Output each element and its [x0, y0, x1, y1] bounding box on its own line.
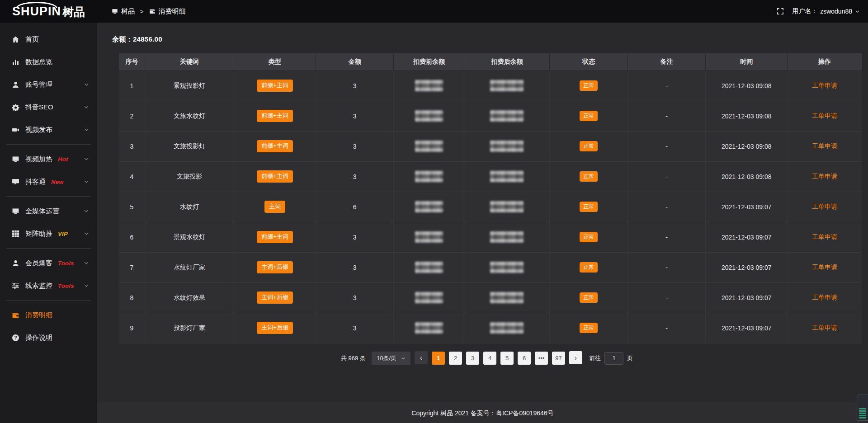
- sidebar-item-data-overview[interactable]: 数据总览: [0, 51, 97, 73]
- table-column-header: 时间: [706, 53, 788, 70]
- breadcrumb-item-home[interactable]: 树品: [112, 7, 135, 16]
- sidebar-item-label: 全媒体运营: [25, 207, 59, 216]
- cell-status: 正常: [550, 282, 628, 313]
- page-button-6[interactable]: 6: [518, 352, 531, 365]
- cell-keyword: 水纹灯效果: [145, 282, 234, 313]
- page-button-5[interactable]: 5: [500, 352, 514, 365]
- redacted-balance-before: [415, 80, 443, 91]
- chevron-down-icon: [84, 208, 89, 214]
- sidebar-item-account-management[interactable]: 账号管理: [0, 73, 97, 96]
- work-order-link[interactable]: 工单申请: [812, 294, 837, 301]
- page-button-3[interactable]: 3: [466, 352, 479, 365]
- cell-status: 正常: [550, 192, 628, 222]
- sidebar-item-tag: Hot: [58, 156, 68, 163]
- work-order-link[interactable]: 工单申请: [812, 142, 837, 150]
- page-button-1[interactable]: 1: [432, 352, 445, 365]
- sidebar-divider: [6, 248, 91, 249]
- more-pages-button[interactable]: •••: [535, 352, 548, 365]
- cell-status: 正常: [550, 70, 628, 101]
- cell-time: 2021-12-03 09:07: [706, 192, 788, 222]
- cell-balance-before: [394, 101, 464, 131]
- work-order-link[interactable]: 工单申请: [812, 112, 837, 119]
- next-page-button[interactable]: ›: [569, 351, 582, 364]
- pagination-total: 共 969 条: [341, 354, 366, 362]
- breadcrumb-item-current[interactable]: 消费明细: [149, 7, 186, 16]
- sidebar-item-consumption-detail[interactable]: 消费明细: [0, 304, 97, 326]
- cell-time: 2021-12-03 09:08: [706, 161, 788, 192]
- table-column-header: 状态: [550, 53, 628, 70]
- cell-type: 主词+后缀: [234, 252, 316, 282]
- sidebar-item-matrix-boost[interactable]: 矩阵助推VIP: [0, 222, 97, 245]
- table-column-header: 扣费前余额: [394, 53, 464, 70]
- svg-text:?: ?: [14, 335, 17, 340]
- chevron-down-icon: [84, 260, 89, 266]
- sliders-icon: [12, 282, 19, 290]
- cell-balance-before: [394, 252, 464, 282]
- sidebar-item-all-media-operation[interactable]: 全媒体运营: [0, 200, 97, 222]
- cell-action: 工单申请: [788, 282, 862, 313]
- page-button-4[interactable]: 4: [483, 352, 496, 365]
- widget-stripe: [859, 417, 866, 418]
- work-order-link[interactable]: 工单申请: [812, 233, 837, 240]
- status-badge: 正常: [580, 262, 598, 273]
- page-button-2[interactable]: 2: [449, 352, 462, 365]
- cell-balance-after: [464, 192, 550, 222]
- sidebar-item-tag: VIP: [58, 230, 68, 237]
- status-badge: 正常: [580, 232, 598, 242]
- balance-label: 余额：: [112, 35, 133, 43]
- work-order-link[interactable]: 工单申请: [812, 324, 837, 331]
- chevron-down-icon: [84, 283, 89, 288]
- type-badge: 前缀+主词: [257, 110, 293, 122]
- cell-status: 正常: [550, 222, 628, 252]
- sidebar-item-label: 抖音SEO: [25, 103, 53, 112]
- work-order-link[interactable]: 工单申请: [812, 263, 837, 271]
- type-badge: 主词+后缀: [257, 261, 293, 273]
- breadcrumb-label: 树品: [121, 7, 135, 16]
- sidebar-item-tag: Tools: [58, 282, 74, 289]
- sidebar-item-instructions[interactable]: ?操作说明: [0, 326, 97, 349]
- cell-balance-after: [464, 161, 550, 192]
- cell-balance-before: [394, 313, 464, 343]
- consumption-table-wrap: 序号关键词类型金额扣费前余额扣费后余额状态备注时间操作 1景观投影灯前缀+主词3…: [119, 53, 862, 343]
- redacted-balance-before: [415, 110, 443, 122]
- sidebar-item-douyin-seo[interactable]: 抖音SEO: [0, 96, 97, 118]
- page-size-select[interactable]: 10条/页: [372, 352, 410, 365]
- goto-page-input[interactable]: [604, 352, 623, 365]
- sidebar-item-video-publish[interactable]: 视频发布: [0, 118, 97, 141]
- cell-balance-before: [394, 70, 464, 101]
- page-button-97[interactable]: 97: [552, 352, 565, 365]
- table-row: 4文旅投影前缀+主词3正常-2021-12-03 09:08工单申请: [119, 161, 862, 192]
- cell-keyword: 文旅水纹灯: [145, 101, 234, 131]
- breadcrumb-separator: >: [140, 8, 144, 15]
- cell-type: 前缀+主词: [234, 131, 316, 161]
- work-order-link[interactable]: 工单申请: [812, 82, 837, 89]
- cell-type: 主词: [234, 192, 316, 222]
- sidebar-item-member-baoke[interactable]: 会员爆客Tools: [0, 252, 97, 274]
- sidebar-item-home[interactable]: 首页: [0, 28, 97, 51]
- work-order-link[interactable]: 工单申请: [812, 203, 837, 210]
- prev-page-button[interactable]: ‹: [415, 351, 428, 364]
- copyright-text: Copyright 树品 2021 备案号：粤ICP备09019646号: [411, 409, 553, 418]
- floating-widget[interactable]: [857, 395, 868, 421]
- user-menu[interactable]: 用户名：zswodun88: [792, 7, 860, 15]
- cell-balance-after: [464, 252, 550, 282]
- goto-suffix: 页: [627, 354, 633, 362]
- table-row: 3文旅投影灯前缀+主词3正常-2021-12-03 09:08工单申请: [119, 131, 862, 161]
- sidebar-item-label: 首页: [25, 35, 39, 44]
- sidebar-item-label: 视频加热: [25, 155, 52, 164]
- fullscreen-icon[interactable]: [777, 8, 784, 15]
- table-row: 8水纹灯效果主词+后缀3正常-2021-12-03 09:07工单申请: [119, 282, 862, 313]
- cell-remark: -: [627, 161, 706, 192]
- cell-balance-after: [464, 101, 550, 131]
- type-badge: 主词: [264, 201, 285, 212]
- cell-time: 2021-12-03 09:07: [706, 222, 788, 252]
- page-buttons: 123456•••97: [432, 352, 565, 365]
- redacted-balance-before: [415, 322, 443, 334]
- sidebar-item-video-heating[interactable]: 视频加热Hot: [0, 148, 97, 170]
- status-badge: 正常: [580, 111, 598, 121]
- cell-action: 工单申请: [788, 131, 862, 161]
- work-order-link[interactable]: 工单申请: [812, 173, 837, 180]
- sidebar-item-label: 矩阵助推: [25, 230, 52, 238]
- sidebar-item-clue-monitor[interactable]: 线索监控Tools: [0, 274, 97, 297]
- sidebar-item-douketong[interactable]: 抖客通New: [0, 170, 97, 193]
